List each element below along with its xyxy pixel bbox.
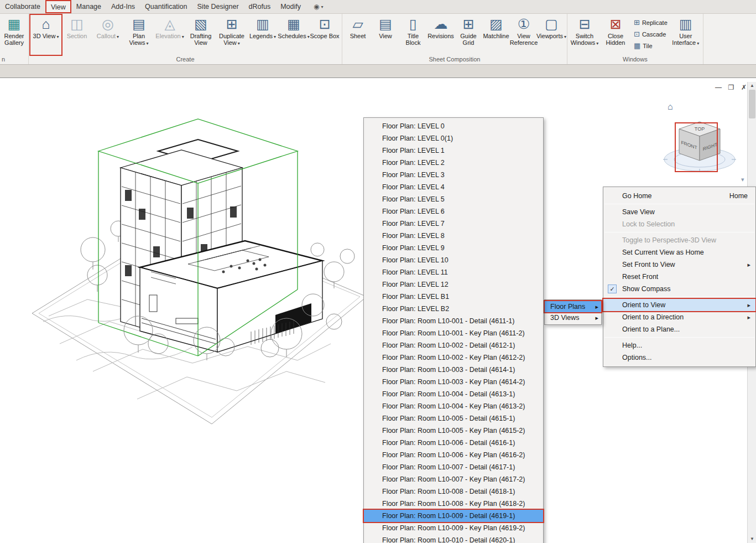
ribbon-small-button[interactable]: ⊞ Replicate (631, 17, 670, 28)
ribbon-button[interactable]: ⌂ 3D View▾ (30, 15, 61, 55)
viewcube-menu-arrow-icon[interactable]: ▾ (741, 176, 744, 183)
view-list-item[interactable]: Floor Plan: Room L10-009 - Key Plan (461… (364, 522, 543, 534)
context-menu-item[interactable]: ✓ Orient to View ▸ (603, 299, 755, 311)
view-list-item[interactable]: Floor Plan: Room L10-003 - Key Plan (461… (364, 376, 543, 388)
ribbon-button[interactable]: ◬ Elevation▾ (154, 15, 185, 55)
view-list-item[interactable]: Floor Plan: LEVEL 2 (364, 157, 543, 169)
ribbon-button[interactable]: ▢ Viewports▾ (538, 15, 565, 55)
ribbon-button[interactable]: ⊡ Scope Box▾ (309, 15, 340, 55)
view-list-item[interactable]: Floor Plan: Room L10-004 - Detail (4613-… (364, 388, 543, 400)
ribbon-button[interactable]: ⊞ Guide Grid▾ (455, 15, 482, 55)
view-list-item[interactable]: Floor Plan: LEVEL B1 (364, 291, 543, 303)
minimize-button[interactable]: — (714, 84, 723, 91)
ribbon-tab[interactable]: View (45, 0, 71, 13)
ribbon-button[interactable]: ① View Reference▾ (510, 15, 538, 55)
view-list-item[interactable]: Floor Plan: LEVEL 4 (364, 181, 543, 193)
view-list-item[interactable]: Floor Plan: Room L10-001 - Key Plan (461… (364, 327, 543, 339)
context-menu-item[interactable]: ✓ Orient to a Plane... ▸ (603, 323, 755, 335)
context-menu-item[interactable]: ✓ Set Current View as Home ▸ (603, 246, 755, 258)
ribbon-small-button[interactable]: ▦ Tile (631, 40, 670, 51)
ribbon-button[interactable]: ▧ Drafting View▾ (185, 15, 216, 55)
user-interface-button[interactable]: ▥ User Interface▾ (670, 15, 701, 55)
ribbon-tab[interactable]: Quantification (140, 0, 192, 13)
context-menu-item[interactable]: ✓ Go Home Home ▸ (603, 190, 755, 202)
view-list-item[interactable]: Floor Plan: LEVEL 10 (364, 254, 543, 266)
ribbon-button[interactable]: ⊟ Switch Windows▾ (569, 15, 600, 55)
view-list-item[interactable]: Floor Plan: LEVEL 1 (364, 144, 543, 157)
view-list-item[interactable]: Floor Plan: Room L10-001 - Detail (4611-… (364, 315, 543, 327)
context-menu-item[interactable]: ✓ Save View ▸ (603, 206, 755, 218)
ribbon-button[interactable]: ▤ View▾ (372, 15, 399, 55)
view-list-item[interactable]: Floor Plan: Room L10-007 - Detail (4617-… (364, 461, 543, 473)
context-menu-item[interactable]: ✓ Reset Front ▸ (603, 271, 755, 283)
ribbon-small-button[interactable]: ⊡ Cascade (631, 28, 670, 40)
ribbon-tab[interactable]: Collaborate (0, 0, 45, 13)
context-menu-item[interactable]: ✓ Show Compass ▸ (603, 283, 755, 295)
legends-icon: ▥ (256, 15, 269, 33)
ribbon-button[interactable]: ▥ Legends▾ (247, 15, 278, 55)
view-list-item[interactable]: Floor Plan: LEVEL 11 (364, 266, 543, 278)
view-list-item[interactable]: Floor Plan: LEVEL 6 (364, 205, 543, 218)
ribbon-button[interactable]: ⊞ Duplicate View▾ (216, 15, 247, 55)
view-list-item[interactable]: Floor Plan: Room L10-010 - Detail (4620-… (364, 534, 543, 543)
ribbon-button[interactable]: ⊠ Close Hidden▾ (600, 15, 631, 55)
ribbon-button[interactable]: ▱ Sheet▾ (344, 15, 372, 55)
view-list-item[interactable]: Floor Plan: Room L10-006 - Detail (4616-… (364, 437, 543, 449)
view-list-item[interactable]: Floor Plan: Room L10-009 - Detail (4619-… (364, 510, 543, 522)
ribbon-tab[interactable]: dRofus (244, 0, 276, 13)
panel-sheet-composition: ▱ Sheet▾ ▤ View▾ ▯ Title Block▾ ☁ Revisi… (342, 14, 567, 64)
dropdown-arrow-icon: ▾ (117, 34, 119, 39)
ribbon-tab[interactable]: Modify (275, 0, 306, 13)
view-list-item[interactable]: Floor Plan: LEVEL 9 (364, 242, 543, 254)
panel-title: Windows (567, 55, 703, 64)
view-list-item-label: Floor Plan: Room L10-003 - Key Plan (461… (382, 378, 525, 386)
panel-display-toggle[interactable]: ◉ ▾ (309, 0, 328, 13)
viewcube-home-icon[interactable]: ⌂ (668, 102, 673, 111)
viewcube[interactable]: ⌂ TOP FRONT RIGHT ▾ (655, 94, 749, 188)
ribbon-button[interactable]: ☁ Revisions▾ (427, 15, 455, 55)
scrollbar-thumb[interactable] (749, 90, 755, 118)
view-list-item[interactable]: Floor Plan: LEVEL 12 (364, 278, 543, 291)
context-menu-item[interactable]: ✓ Options... ▸ (603, 351, 755, 364)
view-list-item[interactable]: Floor Plan: LEVEL 0(1) (364, 132, 543, 144)
view-list-item[interactable]: Floor Plan: LEVEL 8 (364, 230, 543, 242)
ribbon-button[interactable]: ◫ Section▾ (61, 15, 92, 55)
view-list-item[interactable]: Floor Plan: Room L10-004 - Key Plan (461… (364, 400, 543, 412)
ribbon-button-label: Scope Box (310, 33, 339, 39)
view-list-item[interactable]: Floor Plan: Room L10-007 - Key Plan (461… (364, 473, 543, 485)
scroll-up-icon[interactable]: ▲ (748, 82, 756, 90)
ribbon-button[interactable]: ▦ Schedules▾ (278, 15, 309, 55)
view-list-item[interactable]: Floor Plan: Room L10-008 - Detail (4618-… (364, 485, 543, 498)
view-list-item[interactable]: Floor Plan: Room L10-005 - Key Plan (461… (364, 425, 543, 437)
view-list-item[interactable]: Floor Plan: Room L10-002 - Detail (4612-… (364, 339, 543, 351)
submenu-item[interactable]: 3D Views ▸ (545, 312, 601, 323)
scroll-down-icon[interactable]: ▼ (748, 535, 756, 543)
view-list-item[interactable]: Floor Plan: LEVEL 5 (364, 193, 543, 205)
context-menu-item[interactable]: ✓ Lock to Selection ▸ (603, 218, 755, 230)
ribbon-tab[interactable]: Add-Ins (106, 0, 140, 13)
view-list-item[interactable]: Floor Plan: LEVEL 7 (364, 218, 543, 230)
view-list-item[interactable]: Floor Plan: LEVEL 0 (364, 120, 543, 132)
context-menu-item[interactable]: ✓ Orient to a Direction ▸ (603, 311, 755, 323)
view-list-item[interactable]: Floor Plan: Room L10-002 - Key Plan (461… (364, 351, 543, 364)
ribbon-tab[interactable]: Site Designer (192, 0, 244, 13)
restore-button[interactable]: ❐ (727, 84, 736, 91)
ribbon-button[interactable]: ▤ Plan Views▾ (123, 15, 154, 55)
view-list-item[interactable]: Floor Plan: Room L10-008 - Key Plan (461… (364, 498, 543, 510)
view-list-item[interactable]: Floor Plan: Room L10-003 - Detail (4614-… (364, 364, 543, 376)
view-list-item[interactable]: Floor Plan: Room L10-005 - Detail (4615-… (364, 412, 543, 425)
view-list-item[interactable]: Floor Plan: Room L10-006 - Key Plan (461… (364, 449, 543, 461)
ribbon-button[interactable]: ▨ Matchline▾ (482, 15, 510, 55)
ribbon-button[interactable]: ◎ Callout▾ (92, 15, 123, 55)
submenu-item[interactable]: Floor Plans ▸ (545, 301, 601, 312)
context-menu-item[interactable]: ✓ Toggle to Perspective-3D View ▸ (603, 234, 755, 246)
context-menu-item[interactable]: ✓ Help... ▸ (603, 339, 755, 351)
render-gallery-button[interactable]: ▦ Render Gallery (2, 15, 27, 55)
view-list-item[interactable]: Floor Plan: LEVEL 3 (364, 169, 543, 181)
drafting-view-icon: ▧ (194, 15, 207, 33)
ribbon-button[interactable]: ▯ Title Block▾ (399, 15, 427, 55)
viewcube-top-face[interactable]: TOP (695, 126, 705, 132)
ribbon-tab[interactable]: Manage (71, 0, 106, 13)
view-list-item[interactable]: Floor Plan: LEVEL B2 (364, 303, 543, 315)
context-menu-item[interactable]: ✓ Set Front to View ▸ (603, 258, 755, 271)
